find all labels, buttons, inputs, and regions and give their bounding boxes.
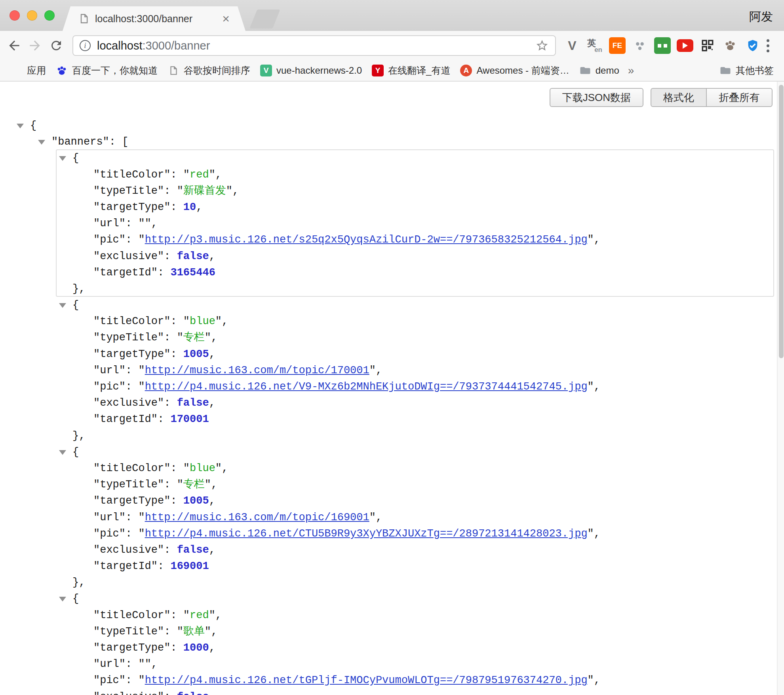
url-host: localhost xyxy=(97,39,142,52)
collapse-all-button[interactable]: 折叠所有 xyxy=(706,88,773,107)
json-punct: : xyxy=(164,691,177,695)
bookmark-google-sort[interactable]: 谷歌按时间排序 xyxy=(162,63,255,78)
json-punct: , xyxy=(222,462,228,474)
json-key: "typeTitle" xyxy=(93,332,164,344)
page-info-icon[interactable]: i xyxy=(80,40,91,51)
bookmark-baidu[interactable]: 百度一下，你就知道 xyxy=(51,63,162,78)
json-line: "typeTitle": "歌单", xyxy=(0,624,784,640)
json-line: "url": "http://music.163.com/m/topic/170… xyxy=(0,363,784,379)
json-url-link[interactable]: http://p4.music.126.net/CTU5B9R9y3XyYBZX… xyxy=(145,528,588,540)
collapse-toggle-icon[interactable] xyxy=(59,450,66,455)
json-key: "exclusive" xyxy=(93,250,164,262)
json-url-link[interactable]: http://p4.music.126.net/tGPljf-IMOCyPvum… xyxy=(145,674,588,686)
json-punct: : xyxy=(126,218,138,229)
json-line: "url": "http://music.163.com/m/topic/169… xyxy=(0,510,784,526)
browser-toolbar: i localhost:3000/banner V 英 en FE xyxy=(0,31,784,60)
bookmark-apps[interactable]: 应用 xyxy=(6,63,51,78)
browser-menu-icon[interactable] xyxy=(767,39,769,52)
apps-grid-icon xyxy=(10,64,23,77)
json-punct: , xyxy=(594,381,600,393)
download-json-button[interactable]: 下载JSON数据 xyxy=(550,88,643,107)
bookmarks-overflow-chevron[interactable]: » xyxy=(624,64,638,77)
json-line: "titleColor": "blue", xyxy=(0,460,784,477)
collapse-toggle-icon[interactable] xyxy=(38,140,45,145)
forward-button[interactable] xyxy=(26,37,44,54)
json-punct: , xyxy=(215,169,222,181)
scrollbar[interactable] xyxy=(777,82,784,695)
json-number-value: 169001 xyxy=(170,560,209,572)
collapse-toggle-icon[interactable] xyxy=(59,303,66,308)
paw-extension-icon[interactable] xyxy=(722,37,738,54)
json-punct: " xyxy=(177,626,183,638)
json-punct: , xyxy=(594,234,600,246)
scrollbar-thumb[interactable] xyxy=(779,85,784,358)
json-tree: {"banners": [{"titleColor": "red","typeT… xyxy=(0,118,784,695)
json-punct: " xyxy=(138,381,145,393)
bookmark-star-icon[interactable] xyxy=(535,39,549,52)
address-bar[interactable]: i localhost:3000/banner xyxy=(72,35,556,56)
json-punct: " xyxy=(588,674,594,686)
json-punct: " xyxy=(183,169,190,181)
back-button[interactable] xyxy=(6,37,23,54)
json-line: "titleColor": "red", xyxy=(0,167,784,183)
tab-close-icon[interactable]: × xyxy=(222,12,230,25)
collapse-toggle-icon[interactable] xyxy=(17,124,24,128)
json-punct: , xyxy=(211,626,217,638)
bookmark-label: Awesomes - 前端资… xyxy=(476,64,569,77)
new-tab-button[interactable] xyxy=(249,10,280,29)
json-punct: , xyxy=(209,397,215,409)
format-button[interactable]: 格式化 xyxy=(651,88,707,107)
json-key: "targetType" xyxy=(93,642,170,654)
fe-extension-icon[interactable]: FE xyxy=(609,37,626,54)
json-punct: : xyxy=(170,462,183,474)
close-window-icon[interactable] xyxy=(10,10,20,21)
json-punct: , xyxy=(211,332,217,344)
json-string-value: red xyxy=(190,609,209,621)
youtube-extension-icon[interactable] xyxy=(677,37,693,54)
json-line: { xyxy=(0,297,784,313)
qrcode-extension-icon[interactable] xyxy=(699,37,716,54)
json-line: "titleColor": "blue", xyxy=(0,313,784,330)
json-punct: : xyxy=(126,512,138,523)
json-punct: " xyxy=(209,609,215,621)
json-key: "exclusive" xyxy=(93,544,164,556)
json-punct: , xyxy=(215,609,222,621)
bookmark-vue-hackernews[interactable]: V vue-hackernews-2.0 xyxy=(255,63,367,78)
bookmark-awesomes[interactable]: A Awesomes - 前端资… xyxy=(455,63,574,78)
collapse-toggle-icon[interactable] xyxy=(59,156,66,161)
translate-extension-icon[interactable]: 英 en xyxy=(586,37,603,54)
reload-button[interactable] xyxy=(48,37,65,54)
fullscreen-window-icon[interactable] xyxy=(44,10,55,21)
minimize-window-icon[interactable] xyxy=(27,10,37,21)
gray-extension-icon[interactable] xyxy=(632,37,648,54)
json-punct: " xyxy=(145,658,151,670)
json-url-link[interactable]: http://music.163.com/m/topic/170001 xyxy=(145,365,369,376)
bookmark-youdao-translate[interactable]: Y 在线翻译_有道 xyxy=(367,63,455,78)
json-punct: : xyxy=(164,397,177,409)
json-punct: " xyxy=(588,528,594,540)
json-line: "exclusive": false, xyxy=(0,248,784,265)
bookmark-demo-folder[interactable]: demo xyxy=(574,63,624,78)
json-number-value: false xyxy=(177,691,209,695)
json-punct: , xyxy=(209,544,215,556)
json-url-link[interactable]: http://p3.music.126.net/s25q2x5QyqsAzilC… xyxy=(145,234,588,246)
json-number-value: 10 xyxy=(183,201,196,213)
url-text[interactable]: localhost:3000/banner xyxy=(97,39,210,52)
window-controls xyxy=(10,10,55,21)
json-punct: , xyxy=(151,658,158,670)
json-line: "pic": "http://p3.music.126.net/s25q2x5Q… xyxy=(0,232,784,248)
shield-extension-icon[interactable] xyxy=(744,37,761,54)
json-line: "targetId": 169001 xyxy=(0,558,784,575)
collapse-toggle-icon[interactable] xyxy=(59,597,66,601)
json-line: "pic": "http://p4.music.126.net/V9-MXz6b… xyxy=(0,379,784,395)
json-line: "typeTitle": "专栏", xyxy=(0,330,784,346)
vimium-extension-icon[interactable]: V xyxy=(564,37,580,54)
browser-tab[interactable]: localhost:3000/banner × xyxy=(63,6,245,31)
bookmark-label: 谷歌按时间排序 xyxy=(184,64,250,77)
json-url-link[interactable]: http://music.163.com/m/topic/169001 xyxy=(145,512,369,523)
green-extension-icon[interactable] xyxy=(654,37,671,54)
json-url-link[interactable]: http://p4.music.126.net/V9-MXz6b2MNhEKju… xyxy=(145,381,588,393)
profile-name[interactable]: 阿发 xyxy=(749,9,773,25)
json-key: "targetType" xyxy=(93,495,170,507)
other-bookmarks[interactable]: 其他书签 xyxy=(714,63,778,78)
